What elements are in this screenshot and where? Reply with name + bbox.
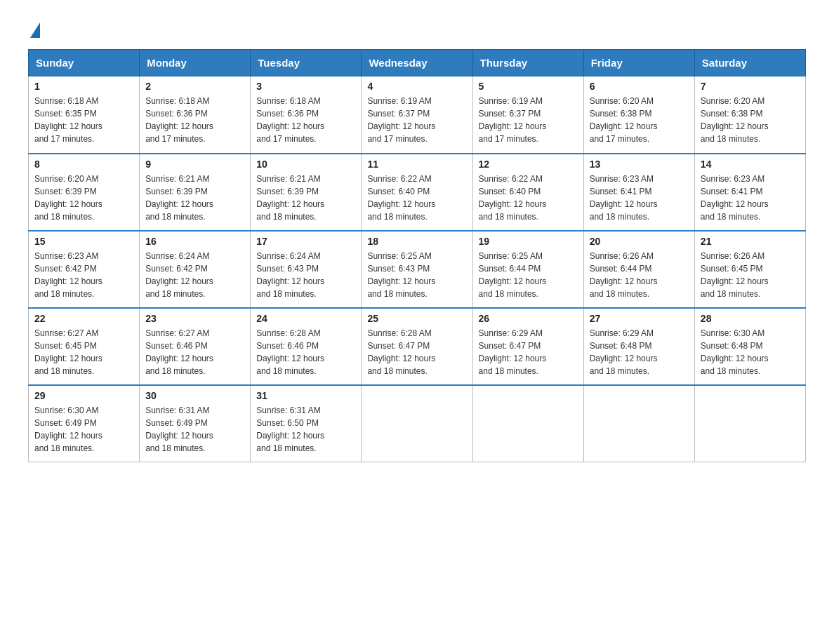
calendar-day-cell: 6Sunrise: 6:20 AMSunset: 6:38 PMDaylight… [583, 76, 694, 154]
day-info: Sunrise: 6:29 AMSunset: 6:48 PMDaylight:… [590, 327, 689, 377]
calendar-header-saturday: Saturday [694, 50, 805, 76]
day-number: 9 [145, 159, 244, 170]
calendar-day-cell: 9Sunrise: 6:21 AMSunset: 6:39 PMDaylight… [140, 154, 251, 231]
calendar-day-cell: 7Sunrise: 6:20 AMSunset: 6:38 PMDaylight… [694, 76, 805, 154]
day-number: 1 [34, 81, 133, 92]
calendar-week-row: 22Sunrise: 6:27 AMSunset: 6:45 PMDayligh… [29, 308, 806, 385]
calendar-day-cell [694, 385, 805, 462]
page-header [28, 21, 806, 35]
calendar-day-cell: 29Sunrise: 6:30 AMSunset: 6:49 PMDayligh… [29, 385, 140, 462]
calendar-day-cell: 17Sunrise: 6:24 AMSunset: 6:43 PMDayligh… [251, 231, 362, 308]
day-info: Sunrise: 6:31 AMSunset: 6:50 PMDaylight:… [256, 404, 355, 455]
calendar-day-cell: 11Sunrise: 6:22 AMSunset: 6:40 PMDayligh… [362, 154, 472, 231]
calendar-day-cell [472, 385, 583, 462]
calendar-day-cell: 27Sunrise: 6:29 AMSunset: 6:48 PMDayligh… [583, 308, 694, 385]
calendar-day-cell: 30Sunrise: 6:31 AMSunset: 6:49 PMDayligh… [140, 385, 251, 462]
day-info: Sunrise: 6:21 AMSunset: 6:39 PMDaylight:… [145, 173, 244, 223]
day-number: 24 [256, 313, 355, 324]
day-number: 6 [590, 81, 689, 92]
day-number: 3 [256, 81, 355, 92]
calendar-day-cell: 13Sunrise: 6:23 AMSunset: 6:41 PMDayligh… [583, 154, 694, 231]
day-info: Sunrise: 6:27 AMSunset: 6:46 PMDaylight:… [145, 327, 244, 377]
day-info: Sunrise: 6:18 AMSunset: 6:36 PMDaylight:… [145, 95, 244, 145]
calendar-day-cell: 3Sunrise: 6:18 AMSunset: 6:36 PMDaylight… [251, 76, 362, 154]
day-info: Sunrise: 6:27 AMSunset: 6:45 PMDaylight:… [34, 327, 133, 377]
day-info: Sunrise: 6:25 AMSunset: 6:44 PMDaylight:… [479, 250, 578, 300]
calendar-header-friday: Friday [583, 50, 694, 76]
day-number: 21 [701, 236, 800, 247]
calendar-day-cell: 20Sunrise: 6:26 AMSunset: 6:44 PMDayligh… [583, 231, 694, 308]
day-info: Sunrise: 6:24 AMSunset: 6:43 PMDaylight:… [256, 250, 355, 300]
day-number: 4 [367, 81, 466, 92]
day-number: 26 [479, 313, 578, 324]
day-info: Sunrise: 6:30 AMSunset: 6:49 PMDaylight:… [34, 404, 133, 455]
calendar-day-cell: 14Sunrise: 6:23 AMSunset: 6:41 PMDayligh… [694, 154, 805, 231]
day-info: Sunrise: 6:22 AMSunset: 6:40 PMDaylight:… [367, 173, 466, 223]
day-number: 20 [590, 236, 689, 247]
calendar-day-cell: 25Sunrise: 6:28 AMSunset: 6:47 PMDayligh… [362, 308, 472, 385]
day-info: Sunrise: 6:22 AMSunset: 6:40 PMDaylight:… [479, 173, 578, 223]
calendar-header-sunday: Sunday [29, 50, 140, 76]
calendar-day-cell: 15Sunrise: 6:23 AMSunset: 6:42 PMDayligh… [29, 231, 140, 308]
day-number: 17 [256, 236, 355, 247]
day-number: 10 [256, 159, 355, 170]
calendar-header-monday: Monday [140, 50, 251, 76]
day-number: 27 [590, 313, 689, 324]
calendar-day-cell [583, 385, 694, 462]
calendar-day-cell: 22Sunrise: 6:27 AMSunset: 6:45 PMDayligh… [29, 308, 140, 385]
calendar-day-cell: 23Sunrise: 6:27 AMSunset: 6:46 PMDayligh… [140, 308, 251, 385]
calendar-header-thursday: Thursday [472, 50, 583, 76]
day-number: 31 [256, 390, 355, 401]
day-info: Sunrise: 6:18 AMSunset: 6:35 PMDaylight:… [34, 95, 133, 145]
calendar-day-cell: 31Sunrise: 6:31 AMSunset: 6:50 PMDayligh… [251, 385, 362, 462]
calendar-table: SundayMondayTuesdayWednesdayThursdayFrid… [28, 49, 806, 462]
day-info: Sunrise: 6:28 AMSunset: 6:47 PMDaylight:… [367, 327, 466, 377]
calendar-day-cell: 16Sunrise: 6:24 AMSunset: 6:42 PMDayligh… [140, 231, 251, 308]
day-info: Sunrise: 6:29 AMSunset: 6:47 PMDaylight:… [479, 327, 578, 377]
logo [28, 21, 40, 35]
day-info: Sunrise: 6:20 AMSunset: 6:38 PMDaylight:… [590, 95, 689, 145]
day-number: 16 [145, 236, 244, 247]
day-info: Sunrise: 6:20 AMSunset: 6:39 PMDaylight:… [34, 173, 133, 223]
calendar-week-row: 1Sunrise: 6:18 AMSunset: 6:35 PMDaylight… [29, 76, 806, 154]
calendar-week-row: 29Sunrise: 6:30 AMSunset: 6:49 PMDayligh… [29, 385, 806, 462]
calendar-header-tuesday: Tuesday [251, 50, 362, 76]
calendar-header-row: SundayMondayTuesdayWednesdayThursdayFrid… [29, 50, 806, 76]
day-number: 2 [145, 81, 244, 92]
day-number: 19 [479, 236, 578, 247]
calendar-day-cell: 28Sunrise: 6:30 AMSunset: 6:48 PMDayligh… [694, 308, 805, 385]
logo-triangle-icon [30, 22, 40, 38]
day-info: Sunrise: 6:19 AMSunset: 6:37 PMDaylight:… [479, 95, 578, 145]
day-number: 7 [701, 81, 800, 92]
day-info: Sunrise: 6:23 AMSunset: 6:41 PMDaylight:… [590, 173, 689, 223]
day-number: 14 [701, 159, 800, 170]
calendar-day-cell: 12Sunrise: 6:22 AMSunset: 6:40 PMDayligh… [472, 154, 583, 231]
calendar-day-cell: 26Sunrise: 6:29 AMSunset: 6:47 PMDayligh… [472, 308, 583, 385]
day-number: 5 [479, 81, 578, 92]
day-number: 28 [701, 313, 800, 324]
calendar-day-cell: 4Sunrise: 6:19 AMSunset: 6:37 PMDaylight… [362, 76, 472, 154]
day-number: 25 [367, 313, 466, 324]
day-number: 29 [34, 390, 133, 401]
day-info: Sunrise: 6:18 AMSunset: 6:36 PMDaylight:… [256, 95, 355, 145]
calendar-week-row: 8Sunrise: 6:20 AMSunset: 6:39 PMDaylight… [29, 154, 806, 231]
day-info: Sunrise: 6:24 AMSunset: 6:42 PMDaylight:… [145, 250, 244, 300]
day-number: 12 [479, 159, 578, 170]
day-info: Sunrise: 6:30 AMSunset: 6:48 PMDaylight:… [701, 327, 800, 377]
calendar-day-cell: 10Sunrise: 6:21 AMSunset: 6:39 PMDayligh… [251, 154, 362, 231]
day-number: 15 [34, 236, 133, 247]
day-number: 11 [367, 159, 466, 170]
calendar-day-cell: 5Sunrise: 6:19 AMSunset: 6:37 PMDaylight… [472, 76, 583, 154]
day-number: 13 [590, 159, 689, 170]
calendar-day-cell [362, 385, 472, 462]
calendar-day-cell: 8Sunrise: 6:20 AMSunset: 6:39 PMDaylight… [29, 154, 140, 231]
day-info: Sunrise: 6:19 AMSunset: 6:37 PMDaylight:… [367, 95, 466, 145]
day-info: Sunrise: 6:31 AMSunset: 6:49 PMDaylight:… [145, 404, 244, 455]
calendar-day-cell: 18Sunrise: 6:25 AMSunset: 6:43 PMDayligh… [362, 231, 472, 308]
calendar-day-cell: 21Sunrise: 6:26 AMSunset: 6:45 PMDayligh… [694, 231, 805, 308]
calendar-day-cell: 19Sunrise: 6:25 AMSunset: 6:44 PMDayligh… [472, 231, 583, 308]
calendar-day-cell: 2Sunrise: 6:18 AMSunset: 6:36 PMDaylight… [140, 76, 251, 154]
day-number: 18 [367, 236, 466, 247]
calendar-day-cell: 24Sunrise: 6:28 AMSunset: 6:46 PMDayligh… [251, 308, 362, 385]
day-info: Sunrise: 6:23 AMSunset: 6:42 PMDaylight:… [34, 250, 133, 300]
